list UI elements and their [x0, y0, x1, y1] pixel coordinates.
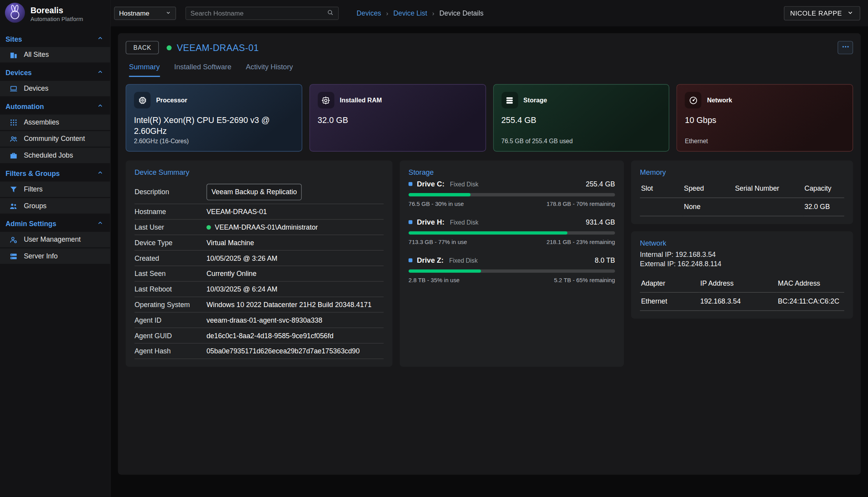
- summary-row-created: Created 10/05/2025 @ 3:26 AM: [134, 251, 384, 266]
- sidebar-item-community-content[interactable]: Community Content: [0, 131, 110, 147]
- summary-row-operating-system: Operating System Windows 10 2022 Datacen…: [134, 297, 384, 313]
- search-box: [185, 7, 339, 20]
- summary-row-last-user: Last User VEEAM-DRAAS-01\Administrator: [134, 220, 384, 235]
- sidebar-item-server-info[interactable]: Server Info: [0, 248, 110, 264]
- drive-usage-bar: [408, 269, 615, 273]
- chevron-up-icon: [97, 220, 104, 228]
- sidebar-item-all-sites[interactable]: All Sites: [0, 47, 110, 63]
- memory-card: Memory Slot Speed Serial Number Capacity: [631, 160, 853, 224]
- network-card: Network 10 Gbps Ethernet: [677, 84, 853, 151]
- sidebar-section-automation[interactable]: Automation: [0, 97, 110, 114]
- drive-bullet-icon: [408, 258, 412, 262]
- stat-value: 10 Gbps: [685, 114, 845, 126]
- ram-icon: [318, 92, 335, 109]
- stat-value: 32.0 GB: [318, 114, 477, 126]
- drive-remaining-text: 218.1 GB - 23% remaining: [546, 239, 615, 245]
- card-title: Memory: [640, 168, 844, 176]
- sidebar-item-groups[interactable]: Groups: [0, 198, 110, 214]
- processor-card: Processor Intel(R) Xeon(R) CPU E5-2690 v…: [126, 84, 302, 151]
- stat-cards: Processor Intel(R) Xeon(R) CPU E5-2690 v…: [126, 84, 853, 151]
- external-ip: External IP: 162.248.8.114: [640, 260, 844, 268]
- storage-drives-card: Storage Drive C: Fixed Disk 255.4 GB 76.…: [400, 160, 624, 367]
- memory-table: Slot Speed Serial Number Capacity None 3…: [640, 180, 844, 216]
- stat-label: Network: [707, 97, 732, 104]
- search-input[interactable]: [190, 9, 327, 17]
- brand-subtitle: Automation Platform: [30, 15, 83, 22]
- breadcrumb-separator: ›: [432, 9, 435, 17]
- network-table: Adapter IP Address MAC Address Ethernet …: [640, 274, 844, 311]
- user-management-icon: [9, 235, 18, 244]
- table-row: None 32.0 GB: [640, 198, 844, 216]
- back-button[interactable]: BACK: [126, 41, 159, 54]
- online-status-dot: [206, 225, 211, 229]
- server-info-icon: [9, 252, 18, 260]
- sidebar-item-devices[interactable]: Devices: [0, 81, 110, 97]
- summary-row-last-seen: Last Seen Currently Online: [134, 266, 384, 282]
- topbar: Hostname Devices › Device List › Device …: [111, 0, 868, 26]
- drive-bullet-icon: [408, 182, 412, 186]
- drive-bullet-icon: [408, 220, 412, 224]
- processor-icon: [134, 92, 151, 109]
- devices-icon: [9, 84, 18, 93]
- storage-icon: [501, 92, 518, 109]
- sidebar-section-admin-settings[interactable]: Admin Settings: [0, 215, 110, 232]
- installed-ram-card: Installed RAM 32.0 GB: [309, 84, 486, 151]
- sidebar-section-devices[interactable]: Devices: [0, 63, 110, 81]
- sidebar-section-sites[interactable]: Sites: [0, 30, 110, 47]
- brand-header: Borealis Automation Platform: [0, 0, 110, 28]
- sidebar-item-scheduled-jobs[interactable]: Scheduled Jobs: [0, 148, 110, 163]
- chevron-up-icon: [97, 35, 104, 43]
- sidebar-item-assemblies[interactable]: Assemblies: [0, 114, 110, 130]
- chevron-up-icon: [97, 68, 104, 77]
- stat-label: Processor: [156, 97, 187, 104]
- sidebar-nav: Sites All Sites Devices Devices Automati…: [0, 28, 110, 264]
- main-content: BACK VEEAM-DRAAS-01 Summary Installed So…: [111, 26, 868, 497]
- brand-name: Borealis: [30, 6, 83, 16]
- breadcrumb-device-list[interactable]: Device List: [393, 9, 427, 17]
- stat-subtitle: 2.60GHz (16-Cores): [134, 138, 189, 144]
- drive-z: Drive Z: Fixed Disk 8.0 TB 2.8 TB - 35% …: [408, 256, 615, 283]
- card-title: Device Summary: [134, 168, 384, 176]
- breadcrumb-device-details: Device Details: [439, 9, 484, 17]
- scheduled-jobs-icon: [9, 151, 18, 160]
- more-actions-button[interactable]: [838, 41, 853, 54]
- borealis-logo: [4, 2, 25, 26]
- search-field-selector[interactable]: Hostname: [114, 7, 176, 20]
- device-header: BACK VEEAM-DRAAS-01: [126, 41, 853, 54]
- network-speed-icon: [685, 92, 702, 109]
- breadcrumb-devices[interactable]: Devices: [356, 9, 381, 17]
- summary-row-hostname: Hostname VEEAM-DRAAS-01: [134, 204, 384, 220]
- device-tabs: Summary Installed Software Activity Hist…: [126, 63, 853, 77]
- groups-icon: [9, 202, 18, 210]
- sidebar-item-filters[interactable]: Filters: [0, 181, 110, 197]
- chevron-up-icon: [97, 102, 104, 111]
- device-summary-card: Device Summary Description Hostname VEEA…: [126, 160, 393, 367]
- breadcrumb-separator: ›: [386, 9, 388, 17]
- tab-activity-history[interactable]: Activity History: [246, 63, 293, 77]
- card-title: Storage: [408, 168, 615, 176]
- search-icon[interactable]: [327, 8, 334, 18]
- description-input[interactable]: [206, 183, 302, 200]
- tab-summary[interactable]: Summary: [129, 63, 160, 77]
- drive-used-text: 76.5 GB - 30% in use: [408, 200, 464, 207]
- device-details-panel: BACK VEEAM-DRAAS-01 Summary Installed So…: [118, 33, 861, 474]
- filter-icon: [9, 185, 18, 193]
- sidebar-item-user-management[interactable]: User Management: [0, 232, 110, 248]
- drive-remaining-text: 178.8 GB - 70% remaining: [546, 200, 615, 207]
- summary-row-agent-hash: Agent Hash 05ba0e7935171d626ecea29b27d7a…: [134, 344, 384, 359]
- drive-usage-bar: [408, 193, 615, 197]
- chevron-down-icon: [166, 9, 171, 17]
- sidebar-section-filters-groups[interactable]: Filters & Groups: [0, 164, 110, 181]
- breadcrumb: Devices › Device List › Device Details: [356, 9, 483, 17]
- stat-label: Installed RAM: [340, 97, 382, 104]
- tab-installed-software[interactable]: Installed Software: [174, 63, 231, 77]
- stat-subtitle: Ethernet: [685, 138, 708, 144]
- drive-remaining-text: 5.2 TB - 65% remaining: [554, 277, 615, 283]
- user-menu-button[interactable]: NICOLE RAPPE: [783, 6, 860, 21]
- stat-subtitle: 76.5 GB of 255.4 GB used: [501, 138, 572, 144]
- stat-label: Storage: [523, 97, 547, 104]
- stat-value: 255.4 GB: [501, 114, 661, 126]
- online-status-dot: [167, 45, 172, 50]
- assemblies-icon: [9, 118, 18, 126]
- drive-used-text: 2.8 TB - 35% in use: [408, 277, 460, 283]
